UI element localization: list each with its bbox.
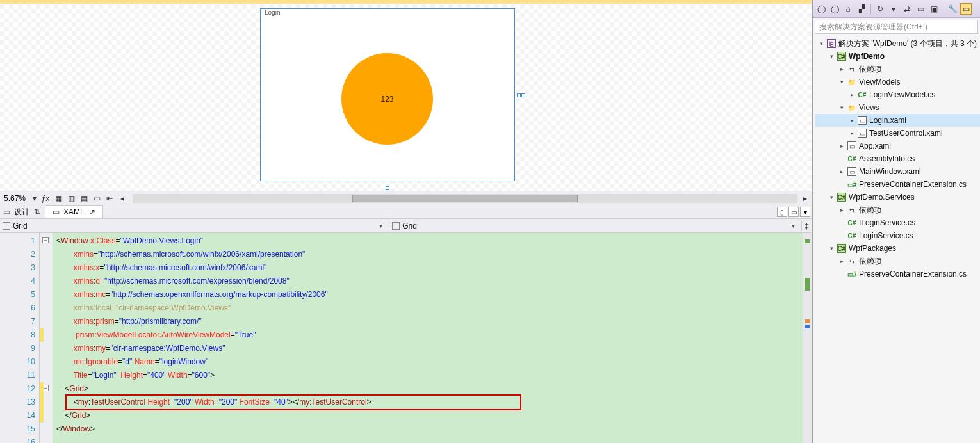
code-line[interactable]: xmlns="http://schemas.microsoft.com/winf… — [56, 248, 803, 261]
properties-icon[interactable]: 🔧 — [947, 3, 958, 15]
switch-view-icon[interactable]: ▞ — [856, 3, 867, 15]
forward-icon[interactable]: ◯ — [829, 3, 840, 15]
collapse-button[interactable]: ▾ — [800, 207, 810, 217]
tree-node[interactable]: ▾C#WpfDemo.Services — [815, 191, 980, 204]
expand-icon[interactable]: ▸ — [849, 117, 855, 124]
tree-node[interactable]: ▾C#WpfDemo — [815, 50, 980, 63]
code-line[interactable]: <my:TestUserControl Height="200" Width="… — [56, 396, 803, 409]
code-line[interactable]: xmlns:local="clr-namespace:WpfDemo.Views… — [56, 302, 803, 315]
preview-selected-icon[interactable]: ▭ — [960, 3, 972, 15]
tree-node[interactable]: C#ILoginService.cs — [815, 216, 980, 229]
grid-2-icon[interactable]: ▥ — [66, 193, 76, 204]
effects-icon[interactable]: ƒx — [40, 193, 51, 204]
tree-node[interactable]: ▸▭MainWindow.xaml — [815, 165, 980, 178]
tree-node[interactable]: ▸⇆依赖项 — [815, 204, 980, 216]
selection-handle[interactable] — [517, 93, 521, 97]
split-vert-button[interactable]: ▯ — [777, 207, 787, 217]
expand-icon[interactable]: ▾ — [838, 104, 845, 111]
zoom-level[interactable]: 5.67% — [1, 194, 28, 203]
hscrollbar-thumb[interactable] — [352, 195, 578, 202]
code-line[interactable]: xmlns:my="clr-namespace:WpfDemo.Views" — [56, 342, 803, 355]
swap-icon[interactable]: ⇅ — [32, 207, 42, 217]
code-line[interactable]: prism:ViewModelLocator.AutoWireViewModel… — [56, 328, 803, 342]
code-line[interactable]: <Grid> — [56, 382, 803, 396]
tree-node-label: LoginService.cs — [859, 231, 913, 240]
breadcrumb-right[interactable]: Grid ▾ — [389, 219, 801, 232]
code-line[interactable]: </Window> — [56, 423, 803, 436]
design-tab-label[interactable]: 设计 — [14, 207, 29, 218]
tree-node-label: TestUserControl.xaml — [869, 129, 943, 138]
grid-1-icon[interactable]: ▦ — [53, 193, 63, 204]
back-icon[interactable]: ◯ — [815, 3, 827, 15]
code-line[interactable]: xmlns:prism="http://prismlibrary.com/" — [56, 315, 803, 328]
hscrollbar[interactable] — [133, 194, 797, 203]
expand-icon[interactable]: ▾ — [828, 53, 835, 60]
tree-node[interactable]: ▭#PreserveContainerExtension.cs — [815, 178, 980, 191]
code-line[interactable]: Title="Login" Height="400" Width="600"> — [56, 369, 803, 382]
designer-surface[interactable]: Login 123 — [0, 0, 812, 191]
code-line[interactable]: </Grid> — [56, 409, 803, 423]
tree-node[interactable]: C#AssemblyInfo.cs — [815, 152, 980, 165]
preview-icon[interactable]: ▭ — [915, 3, 926, 15]
show-all-icon[interactable]: ⇄ — [901, 3, 913, 15]
tree-node[interactable]: ▾📁ViewModels — [815, 76, 980, 88]
design-user-control[interactable]: 123 — [341, 53, 433, 145]
outline-gutter[interactable]: −− — [40, 233, 53, 443]
expand-icon[interactable]: ▸ — [838, 258, 845, 264]
xaml-tab[interactable]: ▭ XAML ↗ — [45, 205, 103, 218]
expand-icon[interactable]: ▸ — [838, 143, 845, 149]
snap2-icon[interactable]: ⇤ — [104, 193, 115, 204]
popout-icon[interactable]: ↗ — [87, 207, 97, 217]
expand-icon[interactable]: ▸ — [838, 168, 845, 175]
tree-node[interactable]: ▸⇆依赖项 — [815, 63, 980, 76]
code-line[interactable]: xmlns:x="http://schemas.microsoft.com/wi… — [56, 261, 803, 275]
sync-icon[interactable]: ‡ — [801, 221, 812, 231]
code-line[interactable]: mc:Ignorable="d" Name="loginWindow" — [56, 355, 803, 369]
code-line[interactable]: xmlns:mc="http://schemas.openxmlformats.… — [56, 288, 803, 302]
collapse-toggle[interactable]: − — [42, 237, 49, 243]
expand-icon[interactable]: ▸ — [838, 207, 845, 213]
tree-node[interactable]: ▭#PreserveContainerExtension.cs — [815, 268, 980, 280]
tree-node[interactable]: ▾📁Views — [815, 101, 980, 114]
expand-icon[interactable]: ▾ — [828, 194, 835, 200]
code-line[interactable]: <Window x:Class="WpfDemo.Views.Login" — [56, 234, 803, 248]
expand-icon[interactable]: ▾ — [838, 79, 845, 85]
split-horz-button[interactable]: ▭ — [788, 207, 799, 217]
solution-search[interactable]: 搜索解决方案资源管理器(Ctrl+;) — [815, 20, 978, 34]
design-icon[interactable]: ▭ — [1, 207, 12, 217]
breadcrumb-left[interactable]: Grid ▾ — [0, 219, 389, 232]
code-line[interactable] — [56, 436, 803, 443]
code-content[interactable]: <Window x:Class="WpfDemo.Views.Login" xm… — [53, 233, 803, 443]
selection-handle[interactable] — [386, 186, 389, 190]
zoom-dropdown-icon[interactable]: ▾ — [31, 194, 38, 203]
tree-node[interactable]: ▾⎘解决方案 'WpfDemo' (3 个项目，共 3 个) — [815, 37, 980, 50]
expand-icon[interactable]: ▸ — [849, 130, 855, 136]
tree-node[interactable]: ▸⇆依赖项 — [815, 255, 980, 268]
code-line[interactable]: xmlns:d="http://schemas.microsoft.com/ex… — [56, 275, 803, 288]
tree-node[interactable]: ▸▭App.xaml — [815, 140, 980, 152]
expand-icon[interactable]: ▾ — [828, 245, 835, 252]
tree-node[interactable]: ▸▭TestUserControl.xaml — [815, 127, 980, 140]
snap-icon[interactable]: ▭ — [92, 193, 102, 204]
expand-icon[interactable]: ▸ — [838, 66, 845, 72]
expand-icon[interactable]: ▾ — [818, 40, 824, 47]
filter-dropdown-icon[interactable]: ▾ — [888, 3, 899, 15]
collapse-all-icon[interactable]: ▣ — [928, 3, 940, 15]
selection-handle[interactable] — [521, 93, 525, 97]
grid-3-icon[interactable]: ▤ — [79, 193, 89, 204]
arrow-right-icon[interactable]: ▸ — [800, 193, 810, 204]
arrow-icon[interactable]: ◂ — [117, 193, 127, 204]
tree-node[interactable]: C#LoginService.cs — [815, 229, 980, 242]
code-editor[interactable]: 12345678910111213141516 −− <Window x:Cla… — [0, 233, 812, 443]
tree-node[interactable]: ▾C#WpfPackages — [815, 242, 980, 255]
home-icon[interactable]: ⌂ — [842, 3, 854, 15]
tree-node[interactable]: ▸C#LoginViewModel.cs — [815, 88, 980, 101]
sync-icon[interactable]: ↻ — [874, 3, 886, 15]
dep-icon: ⇆ — [847, 205, 856, 214]
expand-icon[interactable]: ▸ — [849, 92, 855, 98]
tree-node[interactable]: ▸▭Login.xaml — [815, 114, 980, 127]
dropdown-icon[interactable]: ▾ — [792, 222, 799, 229]
solution-tree[interactable]: ▾⎘解决方案 'WpfDemo' (3 个项目，共 3 个)▾C#WpfDemo… — [813, 36, 980, 443]
dropdown-icon[interactable]: ▾ — [379, 222, 386, 229]
overview-ruler[interactable] — [803, 233, 812, 443]
